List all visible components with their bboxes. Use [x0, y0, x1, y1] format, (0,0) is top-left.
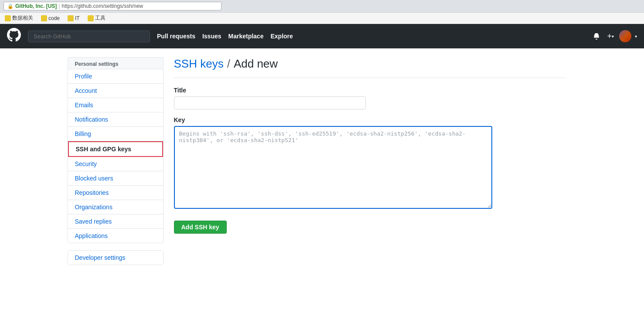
bookmarks-bar: 数据相关 code IT 工具: [0, 13, 644, 24]
bookmark-folder-icon: [68, 15, 74, 21]
sidebar-item-emails[interactable]: Emails: [68, 98, 163, 112]
sidebar-item-profile[interactable]: Profile: [68, 69, 163, 84]
github-logo[interactable]: [7, 28, 21, 44]
breadcrumb-current: Add new: [234, 57, 278, 71]
sidebar: Personal settings Profile Account Emails…: [68, 57, 164, 265]
nav-marketplace[interactable]: Marketplace: [228, 33, 264, 40]
sidebar-item-blocked-users[interactable]: Blocked users: [68, 171, 163, 186]
site-name: GitHub, Inc. [US]: [15, 3, 57, 9]
sidebar-nav: Profile Account Emails Notifications Bil…: [68, 69, 164, 243]
url-text: https://github.com/settings/ssh/new: [61, 3, 143, 9]
breadcrumb: SSH keys / Add new: [174, 57, 566, 71]
url-separator: |: [58, 3, 60, 9]
developer-settings-section: Developer settings: [68, 250, 164, 265]
notifications-button[interactable]: [591, 31, 602, 41]
sidebar-item-applications[interactable]: Applications: [68, 229, 163, 243]
sidebar-item-repositories[interactable]: Repositories: [68, 186, 163, 200]
sidebar-item-billing[interactable]: Billing: [68, 127, 163, 141]
title-label: Title: [174, 87, 566, 94]
bookmark-folder-icon: [88, 15, 94, 21]
key-textarea[interactable]: [174, 126, 492, 209]
add-ssh-key-button[interactable]: Add SSH key: [174, 221, 227, 234]
sidebar-item-account[interactable]: Account: [68, 84, 163, 98]
new-item-button[interactable]: + ▾: [605, 30, 616, 43]
breadcrumb-separator: /: [227, 57, 230, 71]
sidebar-item-saved-replies[interactable]: Saved replies: [68, 214, 163, 229]
breadcrumb-ssh-keys-link[interactable]: SSH keys: [174, 57, 224, 71]
dropdown-chevron-icon: ▾: [612, 34, 614, 39]
header-actions: + ▾ ▾: [591, 30, 637, 43]
content-divider: [174, 78, 566, 78]
nav-issues[interactable]: Issues: [202, 33, 221, 40]
plus-icon: +: [607, 32, 612, 41]
main-content: SSH keys / Add new Title Key Add SSH key: [174, 57, 566, 265]
sidebar-item-developer-settings[interactable]: Developer settings: [68, 251, 163, 265]
title-form-group: Title: [174, 87, 566, 109]
avatar-dropdown-icon[interactable]: ▾: [635, 34, 637, 39]
key-label: Key: [174, 116, 566, 123]
lock-icon: 🔒: [7, 3, 14, 9]
sidebar-section-title: Personal settings: [68, 57, 164, 69]
nav-pull-requests[interactable]: Pull requests: [157, 33, 195, 40]
key-form-group: Key: [174, 116, 566, 210]
sidebar-item-security[interactable]: Security: [68, 157, 163, 171]
avatar[interactable]: [619, 30, 631, 42]
github-header: Pull requests Issues Marketplace Explore…: [0, 24, 644, 48]
sidebar-item-organizations[interactable]: Organizations: [68, 200, 163, 214]
bookmark-数据相关[interactable]: 数据相关: [3, 14, 34, 22]
bookmark-folder-icon: [41, 15, 47, 21]
sidebar-item-notifications[interactable]: Notifications: [68, 112, 163, 127]
main-nav: Pull requests Issues Marketplace Explore: [157, 33, 584, 40]
search-input[interactable]: [28, 31, 150, 42]
bookmark-folder-icon: [5, 15, 11, 21]
sidebar-item-ssh-gpg-keys[interactable]: SSH and GPG keys: [68, 141, 163, 157]
bookmark-IT[interactable]: IT: [66, 15, 81, 22]
bookmark-tools[interactable]: 工具: [86, 14, 107, 22]
title-input[interactable]: [174, 96, 366, 109]
url-bar[interactable]: 🔒 GitHub, Inc. [US] | https://github.com…: [3, 2, 221, 10]
main-container: Personal settings Profile Account Emails…: [61, 48, 584, 274]
bookmark-code[interactable]: code: [40, 15, 61, 22]
browser-bar: 🔒 GitHub, Inc. [US] | https://github.com…: [0, 0, 644, 13]
nav-explore[interactable]: Explore: [270, 33, 293, 40]
